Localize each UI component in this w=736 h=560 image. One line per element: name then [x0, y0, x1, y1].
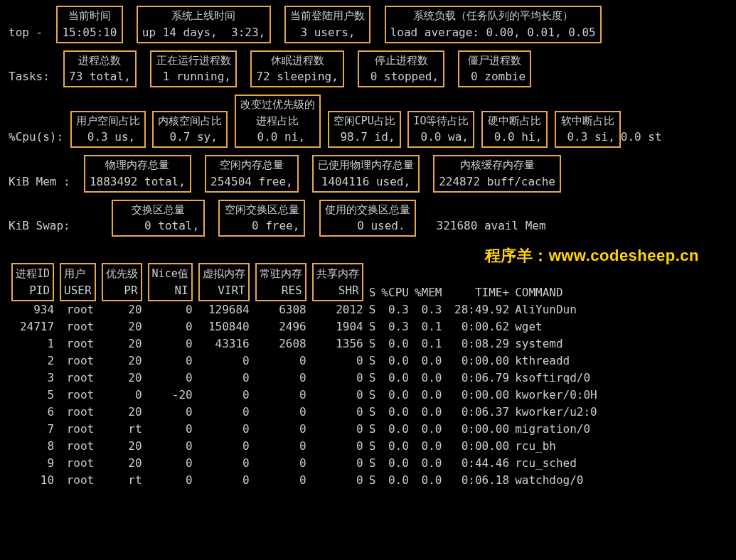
col-shr: 共享内存SHR — [312, 263, 363, 301]
mem-prefix: KiB Mem : — [9, 173, 70, 193]
cpu-prefix: %Cpu(s): — [9, 129, 63, 148]
cpu-ni-box: 改变过优先级的 进程占比 0.0 ni, — [235, 95, 321, 148]
col-pr: 优先级PR — [102, 263, 142, 301]
mem-free-box: 空闲内存总量 254504 free, — [205, 155, 299, 193]
table-row: 934 root20012968463082012S0.30.328:49.92… — [9, 301, 600, 318]
swap-line: KiB Swap: 交换区总量 0 total, 空闲交换区总量 0 free,… — [9, 200, 727, 237]
col-user: 用户USER — [60, 263, 96, 301]
mem-used-box: 已使用物理内存总量 1404116 used, — [312, 155, 420, 193]
cpu-hi-box: 硬中断占比 0.0 hi, — [481, 111, 548, 149]
tasks-running-box: 正在运行进程数 1 running, — [150, 50, 237, 88]
col-mem: %MEM — [412, 263, 445, 301]
cpu-line: %Cpu(s): 用户空间占比 0.3 us, 内核空间占比 0.7 sy, 改… — [9, 95, 727, 148]
table-row: 1 root2004331626081356S0.00.10:08.29syst… — [9, 335, 600, 352]
cpu-st: 0.0 st — [621, 129, 662, 148]
cpu-wa-box: IO等待占比 0.0 wa, — [407, 111, 474, 149]
table-row: 5 root0-20000S0.00.00:00.00kworker/0:0H — [9, 387, 600, 404]
tasks-total-box: 进程总数 73 total, — [63, 50, 137, 88]
mem-total-box: 物理内存总量 1883492 total, — [84, 155, 191, 193]
swap-prefix: KiB Swap: — [9, 217, 70, 237]
uptime-box: 系统上线时间 up 14 days, 3:23, — [137, 6, 271, 43]
table-row: 2 root200000S0.00.00:00.00kthreadd — [9, 352, 600, 370]
table-row: 9 root200000S0.00.00:44.46rcu_sched — [9, 455, 600, 472]
table-row: 10 rootrt0000S0.00.00:06.18watchdog/0 — [9, 472, 600, 489]
tasks-sleeping-box: 休眠进程数 72 sleeping, — [250, 50, 344, 88]
watermark: 程序羊：www.codesheep.cn — [485, 247, 699, 264]
tasks-zombie-box: 僵尸进程数 0 zombie — [458, 50, 531, 88]
col-res: 常驻内存RES — [255, 263, 306, 301]
tasks-stopped-box: 停止进程数 0 stopped, — [358, 50, 444, 88]
swap-used-box: 使用的交换区总量 0 used. — [319, 200, 416, 237]
table-row: 24717 root20015084024961904S0.30.10:00.6… — [9, 318, 600, 335]
process-table: 进程ID PID 用户USER 优先级PR Nice值NI 虚拟内存VIRT 常… — [9, 263, 600, 489]
table-row: 3 root200000S0.00.00:06.79ksoftirqd/0 — [9, 370, 600, 387]
col-time: TIME+ — [444, 263, 512, 301]
current-time-box: 当前时间 15:05:10 — [56, 6, 122, 43]
swap-total-box: 交换区总量 0 total, — [112, 200, 206, 237]
cpu-sy-box: 内核空间占比 0.7 sy, — [152, 111, 228, 149]
cpu-si-box: 软中断占比 0.3 si, — [555, 111, 621, 149]
tasks-line: Tasks: 进程总数 73 total, 正在运行进程数 1 running,… — [9, 50, 727, 88]
col-s: S — [366, 263, 379, 301]
tasks-prefix: Tasks: — [9, 68, 50, 87]
load-avg-box: 系统负载（任务队列的平均长度） load average: 0.00, 0.01… — [385, 6, 602, 43]
col-ni: Nice值NI — [148, 263, 193, 301]
col-cpu: %CPU — [378, 263, 412, 301]
col-virt: 虚拟内存VIRT — [198, 263, 250, 301]
swap-free-box: 空闲交换区总量 0 free, — [218, 200, 305, 237]
table-row: 7 rootrt0000S0.00.00:00.00migration/0 — [9, 421, 600, 438]
swap-avail: 321680 avail Mem — [437, 217, 546, 237]
table-header-row: 进程ID PID 用户USER 优先级PR Nice值NI 虚拟内存VIRT 常… — [9, 263, 600, 301]
users-box: 当前登陆用户数 3 users, — [284, 6, 370, 43]
table-row: 8 root200000S0.00.00:00.00rcu_bh — [9, 438, 600, 455]
mem-cache-box: 内核缓存内存量 224872 buff/cache — [433, 155, 561, 193]
col-pid: 进程ID PID — [11, 263, 54, 301]
summary-line: top - 当前时间 15:05:10 系统上线时间 up 14 days, 3… — [9, 6, 727, 43]
cpu-us-box: 用户空间占比 0.3 us, — [70, 111, 146, 149]
col-cmd: COMMAND — [512, 263, 600, 301]
cpu-id-box: 空闲CPU占比 98.7 id, — [328, 111, 401, 149]
mem-line: KiB Mem : 物理内存总量 1883492 total, 空闲内存总量 2… — [9, 155, 727, 193]
table-row: 6 root200000S0.00.00:06.37kworker/u2:0 — [9, 404, 600, 421]
top-prefix: top - — [9, 24, 43, 43]
